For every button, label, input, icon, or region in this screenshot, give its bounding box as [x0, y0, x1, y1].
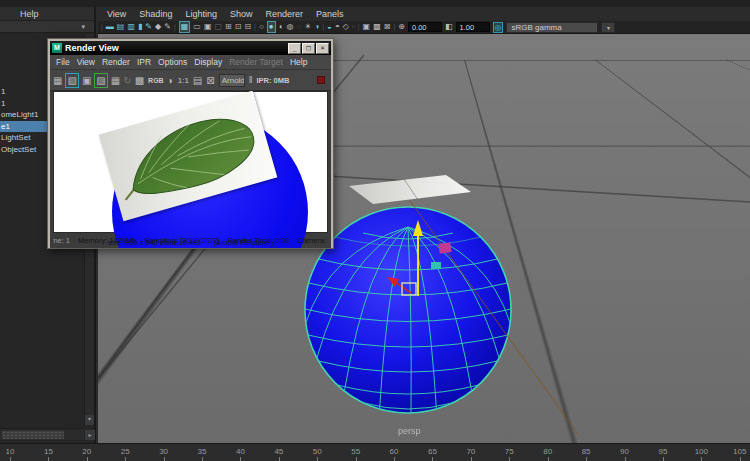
- snapshot-icon[interactable]: ▣: [82, 74, 91, 87]
- viewport-menu-item[interactable]: Shading: [139, 9, 172, 19]
- timeline-tick: 80: [529, 447, 567, 456]
- separator[interactable]: |: [358, 22, 360, 32]
- film-gate-icon[interactable]: ▭: [193, 22, 201, 32]
- outliner-menu-help[interactable]: Help: [20, 9, 39, 19]
- timeline-tick: 10: [0, 447, 29, 456]
- wireframe-icon[interactable]: ○: [259, 22, 264, 32]
- textured-icon[interactable]: ◍: [286, 22, 293, 32]
- render-region-icon[interactable]: ▧: [65, 73, 78, 88]
- image-plane-icon[interactable]: ✎: [145, 22, 152, 32]
- grid-icon[interactable]: ▦: [179, 21, 191, 33]
- render-icon[interactable]: ▦: [53, 74, 62, 87]
- remove-image-icon[interactable]: ⊠: [206, 74, 214, 87]
- depth-of-field-icon[interactable]: ◇: [343, 22, 349, 32]
- color-management-icon[interactable]: ◎: [493, 22, 504, 33]
- gamma-field[interactable]: [456, 22, 490, 32]
- field-chart-icon[interactable]: ⊟: [244, 22, 251, 32]
- time-slider[interactable]: 1015202530354045505560657075808590951001…: [0, 443, 750, 461]
- render-view-toolbar: ▦▧▣▨▦↻▩ RGB ◗ 1:1 ▤ ⊠ Arnold ‖ IPR: 0MB: [50, 70, 331, 91]
- render-view-menu-item[interactable]: IPR: [137, 57, 151, 67]
- camera-name-label: persp: [398, 426, 421, 436]
- isolate-select-icon[interactable]: ▫: [352, 22, 355, 32]
- viewport-menu-item[interactable]: Panels: [316, 9, 344, 19]
- two-d-pan-zoom-icon[interactable]: ◆: [155, 22, 161, 32]
- separator[interactable]: |: [174, 22, 176, 32]
- scroll-down-icon[interactable]: ▾: [85, 415, 94, 425]
- real-size-button[interactable]: 1:1: [178, 76, 189, 85]
- exposure-icon[interactable]: ⊕: [398, 22, 405, 32]
- render-view-menu-item[interactable]: Display: [194, 57, 222, 67]
- timeline-tick: 85: [567, 447, 605, 456]
- render-view-menu-item[interactable]: Help: [290, 57, 307, 67]
- status-memory: Memory: 1029Mb: [78, 236, 136, 245]
- redo-render-icon[interactable]: ▦: [111, 74, 120, 87]
- exposure-field[interactable]: [408, 22, 442, 32]
- wireframe-on-shaded-icon[interactable]: ◐: [279, 22, 284, 32]
- select-camera-icon[interactable]: ▬: [106, 22, 114, 32]
- viewport-menu-item[interactable]: View: [107, 9, 126, 19]
- camera-lock-icon[interactable]: ▥: [127, 22, 135, 32]
- render-settings-icon[interactable]: ▩: [135, 74, 144, 87]
- separator[interactable]: |: [393, 22, 395, 32]
- viewport-menu-item[interactable]: Renderer: [265, 9, 303, 19]
- colorspace-dropdown[interactable]: sRGB gamma: [506, 22, 598, 33]
- render-view-menu-item[interactable]: Render: [102, 57, 130, 67]
- outliner-filter-row[interactable]: ▾: [0, 21, 94, 33]
- selection-handle[interactable]: [438, 242, 451, 254]
- renderer-dropdown[interactable]: Arnold: [219, 74, 245, 87]
- crop-icon[interactable]: ⊠: [384, 22, 391, 32]
- timeline-tick: 60: [375, 447, 413, 456]
- colorspace-dropdown-arrow-icon[interactable]: ▾: [601, 22, 615, 33]
- render-view-content: size: 960 x 540 zoom: 0.481 (Arnold Rend…: [50, 91, 331, 248]
- safe-title-icon[interactable]: ⊡: [235, 22, 242, 32]
- gamma-icon[interactable]: ◧: [445, 22, 453, 32]
- viewport-toolbar-icons: |▬▤▥▮✎◆✎|▦▭▣▢⊞⊡⊟|○●◐◍◌☀◑|◒◓◇▫|▣▩⊠|: [101, 21, 395, 33]
- scrollbar-thumb[interactable]: [2, 431, 64, 439]
- manipulator-z-handle[interactable]: [431, 262, 441, 269]
- pause-ipr-icon[interactable]: ‖: [249, 75, 253, 85]
- keep-image-icon[interactable]: ▤: [193, 74, 202, 87]
- motion-blur-icon[interactable]: ◓: [335, 22, 340, 32]
- separator[interactable]: |: [322, 22, 324, 32]
- chevron-down-icon[interactable]: ▾: [81, 22, 85, 32]
- scroll-right-icon[interactable]: ▸: [85, 430, 95, 440]
- ambient-occlusion-icon[interactable]: ◒: [327, 22, 332, 32]
- outliner-horizontal-scrollbar[interactable]: ▸: [0, 428, 84, 440]
- viewport-menu-item[interactable]: Show: [230, 9, 253, 19]
- close-button[interactable]: ×: [316, 43, 329, 54]
- timeline-tick: 90: [606, 447, 644, 456]
- minimize-button[interactable]: _: [288, 43, 301, 54]
- render-view-menu-item[interactable]: Options: [158, 57, 187, 67]
- maximize-button[interactable]: □: [302, 43, 315, 54]
- timeline-tick: 35: [183, 447, 221, 456]
- rgb-channels-button[interactable]: RGB: [148, 77, 164, 84]
- timeline-tick: 50: [298, 447, 336, 456]
- render-view-menu-item[interactable]: File: [56, 57, 70, 67]
- ipr-render-icon[interactable]: ▨: [94, 73, 107, 88]
- render-view-menu-item[interactable]: View: [77, 57, 95, 67]
- shadows-icon[interactable]: ◑: [314, 22, 319, 32]
- multisample-icon[interactable]: ◌: [296, 22, 301, 32]
- camera-attributes-icon[interactable]: ▤: [117, 22, 125, 32]
- safe-action-icon[interactable]: ⊞: [225, 22, 232, 32]
- render-view-titlebar[interactable]: M Render View _□×: [50, 41, 331, 55]
- separator[interactable]: |: [254, 22, 256, 32]
- duplicate-icon[interactable]: ▣: [363, 22, 371, 32]
- sphere-object[interactable]: [305, 207, 511, 413]
- gate-mask-icon[interactable]: ▢: [214, 22, 222, 32]
- render-view-menu-item[interactable]: Render Target: [229, 57, 283, 67]
- duplicate-input-icon[interactable]: ▩: [373, 22, 381, 32]
- shaded-icon[interactable]: ●: [267, 21, 276, 33]
- grease-pencil-icon[interactable]: ✎: [164, 22, 171, 32]
- stop-render-button[interactable]: [317, 76, 325, 84]
- maya-app-icon: M: [52, 43, 62, 53]
- separator[interactable]: |: [101, 22, 103, 32]
- refresh-icon[interactable]: ↻: [123, 74, 131, 87]
- timeline-tick: 55: [337, 447, 375, 456]
- alpha-channel-icon[interactable]: ◗: [168, 74, 174, 87]
- resolution-gate-icon[interactable]: ▣: [204, 22, 212, 32]
- lights-icon[interactable]: ☀: [304, 22, 311, 32]
- bookmark-icon[interactable]: ▮: [138, 22, 142, 32]
- viewport-menu-item[interactable]: Lighting: [185, 9, 217, 19]
- render-view-window[interactable]: M Render View _□× FileViewRenderIPROptio…: [47, 38, 334, 249]
